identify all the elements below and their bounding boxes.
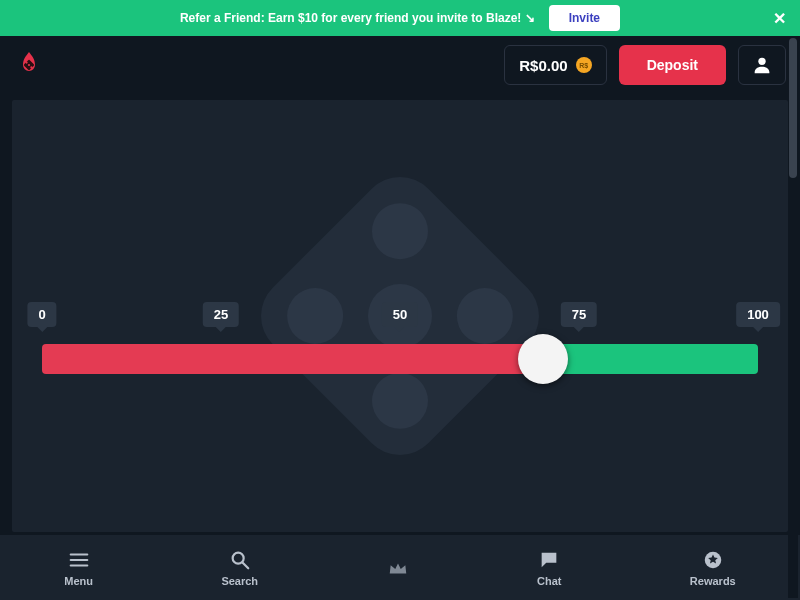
menu-icon xyxy=(68,549,90,571)
slider-mark: 0 xyxy=(27,302,56,327)
referral-text: Refer a Friend: Earn $10 for every frien… xyxy=(180,11,535,25)
scrollbar[interactable] xyxy=(788,38,798,598)
slider-mark: 100 xyxy=(736,302,780,327)
header: R$0.00 R$ Deposit xyxy=(0,36,800,94)
close-icon[interactable]: ✕ xyxy=(773,9,786,28)
nav-label: Search xyxy=(221,575,258,587)
user-icon xyxy=(751,54,773,76)
balance-box[interactable]: R$0.00 R$ xyxy=(504,45,606,85)
slider-mark: 50 xyxy=(382,302,418,327)
bottom-nav: Menu Search Chat Rewards xyxy=(0,534,800,600)
nav-search[interactable]: Search xyxy=(211,543,268,593)
slider-track[interactable] xyxy=(42,344,758,374)
dice-slider[interactable]: 0 25 50 75 100 xyxy=(42,302,758,374)
nav-rewards[interactable]: Rewards xyxy=(680,543,746,593)
slider-marks: 0 25 50 75 100 xyxy=(42,302,758,332)
deposit-button[interactable]: Deposit xyxy=(619,45,726,85)
svg-point-3 xyxy=(30,66,32,68)
slider-mark: 25 xyxy=(203,302,239,327)
nav-label: Menu xyxy=(64,575,93,587)
nav-chat[interactable]: Chat xyxy=(527,543,571,593)
slider-track-over xyxy=(543,344,758,374)
svg-point-1 xyxy=(28,64,30,66)
profile-button[interactable] xyxy=(738,45,786,85)
coin-icon: R$ xyxy=(576,57,592,73)
crown-icon xyxy=(387,557,409,579)
scrollbar-thumb[interactable] xyxy=(789,38,797,178)
invite-button[interactable]: Invite xyxy=(549,5,620,31)
slider-mark: 75 xyxy=(561,302,597,327)
svg-line-6 xyxy=(242,562,248,568)
svg-point-4 xyxy=(758,58,765,65)
slider-handle[interactable] xyxy=(518,334,568,384)
search-icon xyxy=(229,549,251,571)
brand-logo-icon[interactable] xyxy=(14,50,44,80)
nav-center[interactable] xyxy=(377,551,419,585)
game-area: 0 25 50 75 100 xyxy=(12,100,788,532)
nav-label: Rewards xyxy=(690,575,736,587)
nav-label: Chat xyxy=(537,575,561,587)
star-circle-icon xyxy=(702,549,724,571)
dice-pip xyxy=(360,192,439,271)
svg-point-2 xyxy=(26,62,28,64)
slider-track-under xyxy=(42,344,543,374)
chat-icon xyxy=(538,549,560,571)
balance-amount: R$0.00 xyxy=(519,57,567,74)
nav-menu[interactable]: Menu xyxy=(54,543,103,593)
referral-banner: Refer a Friend: Earn $10 for every frien… xyxy=(0,0,800,36)
